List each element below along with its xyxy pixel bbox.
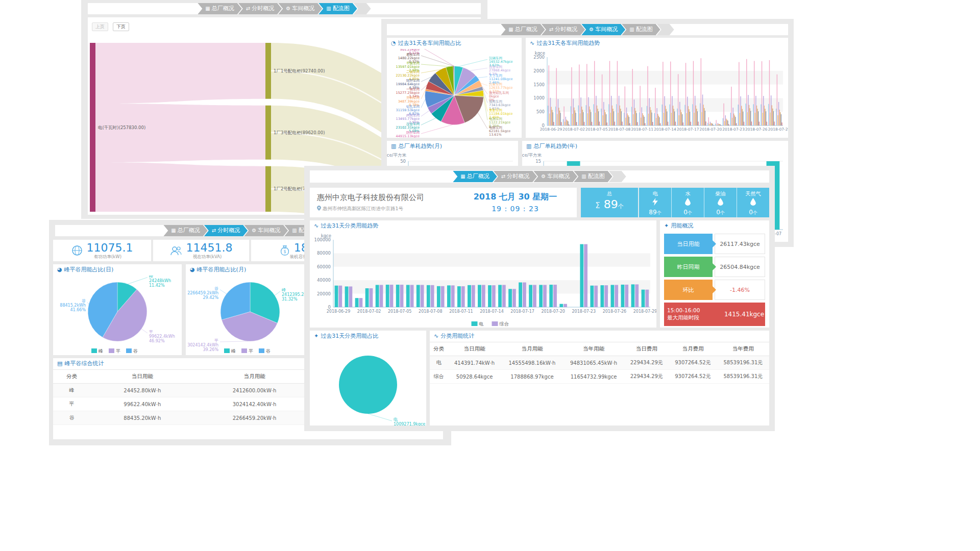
table-cell: 9307264.52元 [669,370,717,384]
tab-label: 配流图 [588,173,605,180]
swap-icon: ⇄ [246,6,250,11]
tab-label: 配流图 [636,26,653,33]
tile-value: 89 [604,198,618,211]
globe-icon [71,245,83,256]
svg-text:2018-07-02: 2018-07-02 [357,309,381,314]
grid-icon: ▦ [508,27,513,32]
table-cell: 24452.80kW·h [90,384,194,397]
tab-plant-overview[interactable]: ▦总厂概况 [453,171,497,182]
tile-unit: 个 [657,210,662,215]
tab-plant-overview[interactable]: ▦总厂概况 [501,24,545,35]
tab-workshop-overview[interactable]: ⚙车间概况 [581,24,625,35]
svg-text:峰: 峰 [99,348,103,354]
row-label: 环比 [664,280,713,300]
trend-icon: ∿ [314,222,318,229]
svg-text:2018-07-23: 2018-07-23 [722,127,745,132]
tab-time-overview[interactable]: ⇄分时概况 [542,24,585,35]
table-cell: 3024142.40kW·h [194,397,315,411]
tab-time-overview[interactable]: ⇄分时概况 [494,171,537,182]
money-bag-icon: $ [280,245,290,256]
table-cell: 9307264.52元 [669,356,717,370]
today-energy-row: 当日用能 26117.43kgce [664,234,765,254]
tile-unit: 个 [688,210,692,215]
svg-text:2018-07-26: 2018-07-26 [745,127,768,132]
svg-text:2018-07-14: 2018-07-14 [654,127,676,132]
table-header-cell: 当月用能 [501,342,563,356]
users-icon [170,245,182,256]
svg-text:2018-07-05: 2018-07-05 [585,127,608,132]
row-value: -1.46% [715,280,765,300]
grid-icon: ▦ [460,173,465,179]
table-cell: 综合 [430,370,448,384]
gear-icon: ⚙ [286,6,290,11]
table-row: 电414391.74kW·h14555498.16kW·h94831065.45… [430,356,769,370]
tab-flow-diagram[interactable]: ▥配流图 [318,3,357,14]
tab-time-overview[interactable]: ⇄分时概况 [238,3,282,14]
row-value: 26117.43kgce [715,234,765,254]
max-energy-period-row: 15:00-16:00最大用能时段 1415.41kgce [664,303,765,326]
water-meters-tile: 水 0个 [671,188,704,217]
swap-icon: ⇄ [501,173,505,179]
tile-label: 柴油 [704,190,737,197]
workshop-trend-panel: ∿过去31天各车间用能趋势 05001000150020002500kgce20… [526,38,788,138]
tab-plant-overview[interactable]: ▦总厂概况 [163,225,207,236]
tab-workshop-overview[interactable]: ⚙车间概况 [533,171,577,182]
table-cell: 50928.64kgce [448,370,501,384]
svg-text:平3024142.4kWh39.26%: 平3024142.4kWh39.26% [187,338,218,352]
energy-icon: ✦ [664,222,669,229]
workshop-pie-chart: 包装车间501.22kgce0.11%磨板车间1480.22kgce0.32%干… [387,49,522,138]
svg-text:电1009271.9kgce100%: 电1009271.9kgce100% [394,417,425,425]
panel-title: 过去31天分类用能占比 [321,333,378,339]
table-cell: 58539196.31元 [717,356,769,370]
company-address: 惠州市仲恺高新区陈江街道中京路1号 [323,206,403,211]
table-cell: 229434.29元 [624,370,669,384]
company-info-card: 惠州中京电子科技股份有限公司 惠州市仲恺高新区陈江街道中京路1号 2018 七月… [310,188,577,217]
svg-text:2018-07-05: 2018-07-05 [388,309,412,314]
active-power-stat: 11075.1有功功率(kW) [53,240,151,261]
tile-unit: 个 [618,203,624,210]
table-header-cell: 当日用能 [448,342,501,356]
panel-title: 分类用能统计 [440,333,474,339]
svg-text:2018-07-29: 2018-07-29 [633,309,656,314]
stat-value: 11451.8 [186,241,233,254]
svg-text:1500: 1500 [533,82,545,87]
current-time: 19 : 09 : 23 [460,205,570,213]
svg-text:60000: 60000 [317,264,331,269]
panel-title: 过去31天分类用能趋势 [321,222,378,229]
table-header-cell: 分类 [430,342,448,356]
table-header-cell: 当月用能 [194,370,315,384]
table-row: 综合50928.64kgce1788868.97kgce11654732.99k… [430,370,769,384]
svg-text:电(千瓦时)(257830.00): 电(千瓦时)(257830.00) [98,125,145,130]
table-cell: 414391.74kW·h [448,356,501,370]
svg-text:防焊车间44915.13kgce9.83%: 防焊车间44915.13kgce9.83% [396,131,420,138]
tab-plant-overview[interactable]: ▦总厂概况 [198,3,241,14]
trend-icon: ∿ [530,40,534,46]
energy-icon: ✦ [314,333,318,339]
panel-title: 过去31天各车间用能占比 [398,40,461,46]
workshop-pie-panel: ◔过去31天各车间用能占比 包装车间501.22kgce0.11%磨板车间148… [387,38,522,138]
workshop-trend-chart: 05001000150020002500kgce2018-06-292018-0… [526,49,788,138]
panel-title: 峰平谷用能占比(日) [64,266,114,273]
energy-summary-panel: ✦用能概况 当日用能 26117.43kgce 昨日同期 26504.84kgc… [660,220,769,328]
table-cell: 1788868.97kgce [501,370,563,384]
trend-icon: ∿ [434,333,438,339]
workshop-tab-bar: ▦总厂概况 ⇄分时概况 ⚙车间概况 ▥配流图 [387,24,788,35]
current-date: 2018 七月 30 星期一 [460,192,570,203]
svg-text:谷2266459.2kWh29.42%: 谷2266459.2kWh29.42% [187,286,218,300]
tab-workshop-overview[interactable]: ⚙车间概况 [244,225,288,236]
tile-unit: 个 [753,210,757,215]
table-icon: ▤ [57,360,62,367]
row-value: 26504.84kgce [715,257,765,277]
tile-label: 天然气 [737,190,769,197]
lightning-icon [652,198,658,206]
tab-flow-diagram[interactable]: ▥配流图 [622,24,660,35]
tab-label: 车间概况 [547,173,570,180]
tab-workshop-overview[interactable]: ⚙车间概况 [278,3,322,14]
tab-flow-diagram[interactable]: ▥配流图 [574,171,612,182]
chart-icon: ▥ [581,173,586,179]
total-meters-tile: 总 Σ 89个 [581,188,638,217]
tab-time-overview[interactable]: ⇄分时概况 [204,225,248,236]
svg-text:2018-07-17: 2018-07-17 [510,309,534,314]
gear-icon: ⚙ [541,173,546,179]
table-cell: 平 [53,397,90,411]
